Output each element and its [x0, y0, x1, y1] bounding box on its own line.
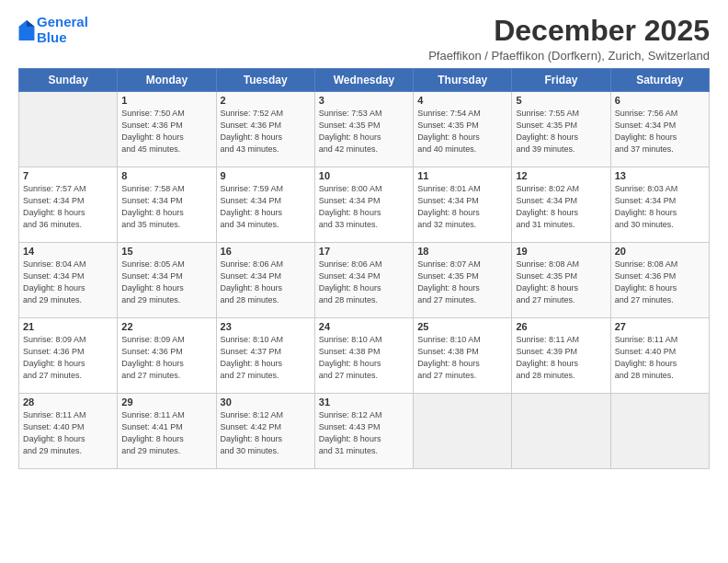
day-number: 15 [121, 246, 211, 257]
col-thursday: Thursday [414, 69, 512, 92]
day-info: Sunrise: 8:11 AM Sunset: 4:40 PM Dayligh… [23, 409, 113, 457]
calendar-cell [414, 394, 512, 469]
calendar-cell: 8Sunrise: 7:58 AM Sunset: 4:34 PM Daylig… [118, 167, 216, 243]
col-wednesday: Wednesday [314, 69, 413, 92]
calendar-week-1: 1Sunrise: 7:50 AM Sunset: 4:36 PM Daylig… [19, 92, 710, 167]
day-number: 10 [319, 170, 409, 181]
logo-line1: General [37, 14, 88, 29]
day-info: Sunrise: 8:11 AM Sunset: 4:41 PM Dayligh… [121, 409, 211, 457]
title-block: December 2025 Pfaeffikon / Pfaeffikon (D… [428, 15, 710, 63]
day-number: 13 [615, 170, 705, 181]
col-tuesday: Tuesday [216, 69, 314, 92]
calendar-header: Sunday Monday Tuesday Wednesday Thursday… [19, 69, 710, 92]
calendar-cell: 10Sunrise: 8:00 AM Sunset: 4:34 PM Dayli… [314, 167, 413, 243]
day-info: Sunrise: 8:06 AM Sunset: 4:34 PM Dayligh… [221, 259, 311, 306]
day-info: Sunrise: 7:56 AM Sunset: 4:34 PM Dayligh… [615, 108, 705, 155]
day-number: 17 [319, 246, 409, 257]
calendar-cell: 29Sunrise: 8:11 AM Sunset: 4:41 PM Dayli… [118, 394, 216, 469]
calendar-cell: 30Sunrise: 8:12 AM Sunset: 4:42 PM Dayli… [216, 394, 314, 469]
calendar-cell: 19Sunrise: 8:08 AM Sunset: 4:35 PM Dayli… [512, 243, 610, 318]
day-number: 8 [121, 170, 211, 181]
calendar-cell: 3Sunrise: 7:53 AM Sunset: 4:35 PM Daylig… [314, 92, 413, 167]
calendar-cell: 27Sunrise: 8:11 AM Sunset: 4:40 PM Dayli… [610, 318, 709, 394]
day-info: Sunrise: 8:04 AM Sunset: 4:34 PM Dayligh… [23, 259, 113, 306]
month-title: December 2025 [428, 15, 710, 47]
calendar-cell: 31Sunrise: 8:12 AM Sunset: 4:43 PM Dayli… [314, 394, 413, 469]
day-number: 11 [417, 170, 507, 181]
calendar-cell: 24Sunrise: 8:10 AM Sunset: 4:38 PM Dayli… [314, 318, 413, 394]
day-info: Sunrise: 8:08 AM Sunset: 4:35 PM Dayligh… [516, 259, 606, 306]
calendar-cell: 7Sunrise: 7:57 AM Sunset: 4:34 PM Daylig… [19, 167, 118, 243]
day-info: Sunrise: 8:00 AM Sunset: 4:34 PM Dayligh… [319, 183, 409, 231]
day-info: Sunrise: 8:01 AM Sunset: 4:34 PM Dayligh… [417, 183, 507, 231]
col-saturday: Saturday [610, 69, 709, 92]
calendar-cell: 2Sunrise: 7:52 AM Sunset: 4:36 PM Daylig… [216, 92, 314, 167]
day-number: 16 [221, 246, 311, 257]
day-info: Sunrise: 8:06 AM Sunset: 4:34 PM Dayligh… [319, 259, 409, 306]
calendar-cell: 5Sunrise: 7:55 AM Sunset: 4:35 PM Daylig… [512, 92, 610, 167]
subtitle: Pfaeffikon / Pfaeffikon (Dorfkern), Zuri… [428, 49, 710, 63]
col-sunday: Sunday [19, 69, 118, 92]
day-number: 22 [121, 321, 211, 332]
calendar-cell: 26Sunrise: 8:11 AM Sunset: 4:39 PM Dayli… [512, 318, 610, 394]
calendar-body: 1Sunrise: 7:50 AM Sunset: 4:36 PM Daylig… [19, 92, 710, 469]
logo-icon [18, 20, 35, 40]
header: General Blue December 2025 Pfaeffikon / … [18, 15, 710, 63]
day-info: Sunrise: 8:05 AM Sunset: 4:34 PM Dayligh… [121, 259, 211, 306]
day-number: 7 [23, 170, 113, 181]
day-info: Sunrise: 8:10 AM Sunset: 4:37 PM Dayligh… [221, 334, 311, 382]
logo: General Blue [18, 15, 88, 45]
calendar-cell: 20Sunrise: 8:08 AM Sunset: 4:36 PM Dayli… [610, 243, 709, 318]
col-monday: Monday [118, 69, 216, 92]
calendar-cell: 16Sunrise: 8:06 AM Sunset: 4:34 PM Dayli… [216, 243, 314, 318]
day-number: 5 [516, 95, 606, 106]
day-number: 2 [221, 95, 311, 106]
day-number: 6 [615, 95, 705, 106]
day-info: Sunrise: 8:12 AM Sunset: 4:43 PM Dayligh… [319, 409, 409, 457]
day-number: 1 [121, 95, 211, 106]
day-number: 26 [516, 321, 606, 332]
calendar-week-5: 28Sunrise: 8:11 AM Sunset: 4:40 PM Dayli… [19, 394, 710, 469]
calendar-cell: 6Sunrise: 7:56 AM Sunset: 4:34 PM Daylig… [610, 92, 709, 167]
calendar-cell: 13Sunrise: 8:03 AM Sunset: 4:34 PM Dayli… [610, 167, 709, 243]
day-info: Sunrise: 8:11 AM Sunset: 4:40 PM Dayligh… [615, 334, 705, 382]
calendar-cell: 12Sunrise: 8:02 AM Sunset: 4:34 PM Dayli… [512, 167, 610, 243]
logo-text: General Blue [37, 15, 88, 45]
day-number: 4 [417, 95, 507, 106]
calendar-cell: 22Sunrise: 8:09 AM Sunset: 4:36 PM Dayli… [118, 318, 216, 394]
calendar-cell: 4Sunrise: 7:54 AM Sunset: 4:35 PM Daylig… [414, 92, 512, 167]
day-number: 18 [417, 246, 507, 257]
day-info: Sunrise: 7:58 AM Sunset: 4:34 PM Dayligh… [121, 183, 211, 231]
day-number: 31 [319, 396, 409, 408]
day-info: Sunrise: 7:53 AM Sunset: 4:35 PM Dayligh… [319, 108, 409, 155]
day-info: Sunrise: 8:12 AM Sunset: 4:42 PM Dayligh… [221, 409, 311, 457]
day-info: Sunrise: 8:11 AM Sunset: 4:39 PM Dayligh… [516, 334, 606, 382]
day-info: Sunrise: 7:54 AM Sunset: 4:35 PM Dayligh… [417, 108, 507, 155]
page: General Blue December 2025 Pfaeffikon / … [0, 0, 728, 563]
day-info: Sunrise: 7:55 AM Sunset: 4:35 PM Dayligh… [516, 108, 606, 155]
calendar-cell: 21Sunrise: 8:09 AM Sunset: 4:36 PM Dayli… [19, 318, 118, 394]
day-info: Sunrise: 8:03 AM Sunset: 4:34 PM Dayligh… [615, 183, 705, 231]
day-info: Sunrise: 8:07 AM Sunset: 4:35 PM Dayligh… [417, 259, 507, 306]
day-number: 27 [615, 321, 705, 332]
day-info: Sunrise: 7:50 AM Sunset: 4:36 PM Dayligh… [121, 108, 211, 155]
day-number: 19 [516, 246, 606, 257]
calendar-cell [512, 394, 610, 469]
day-info: Sunrise: 8:10 AM Sunset: 4:38 PM Dayligh… [417, 334, 507, 382]
calendar-cell: 17Sunrise: 8:06 AM Sunset: 4:34 PM Dayli… [314, 243, 413, 318]
day-number: 14 [23, 246, 113, 257]
calendar-cell [19, 92, 118, 167]
day-info: Sunrise: 8:02 AM Sunset: 4:34 PM Dayligh… [516, 183, 606, 231]
calendar-week-2: 7Sunrise: 7:57 AM Sunset: 4:34 PM Daylig… [19, 167, 710, 243]
day-number: 12 [516, 170, 606, 181]
day-number: 23 [221, 321, 311, 332]
day-number: 21 [23, 321, 113, 332]
day-number: 9 [221, 170, 311, 181]
day-number: 30 [221, 396, 311, 408]
calendar-cell: 1Sunrise: 7:50 AM Sunset: 4:36 PM Daylig… [118, 92, 216, 167]
day-info: Sunrise: 8:09 AM Sunset: 4:36 PM Dayligh… [23, 334, 113, 382]
calendar-cell [610, 394, 709, 469]
day-info: Sunrise: 8:09 AM Sunset: 4:36 PM Dayligh… [121, 334, 211, 382]
day-info: Sunrise: 7:59 AM Sunset: 4:34 PM Dayligh… [221, 183, 311, 231]
day-number: 24 [319, 321, 409, 332]
